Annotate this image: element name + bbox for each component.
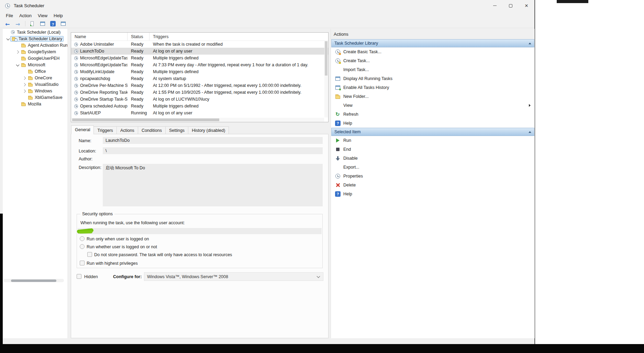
folder-icon (28, 69, 33, 74)
show-console-tree-button[interactable] (38, 20, 47, 27)
action-disable[interactable]: Disable (331, 154, 535, 163)
tree-horizontal-scrollbar[interactable] (3, 279, 64, 282)
description-label: Description: (79, 165, 101, 170)
tree-item-xblgamesave[interactable]: XblGameSave (3, 94, 67, 101)
action-run[interactable]: Run (331, 136, 535, 145)
forward-button[interactable] (14, 20, 23, 27)
scrollbar-thumb[interactable] (72, 118, 219, 121)
tab-history[interactable]: History (disabled) (188, 126, 229, 134)
scrollbar-thumb[interactable] (11, 280, 56, 282)
close-button[interactable]: × (519, 0, 534, 11)
column-header-status[interactable]: Status (127, 33, 149, 41)
section-header-selected-item[interactable]: Selected Item (331, 128, 534, 136)
action-label: Enable All Tasks History (343, 85, 389, 90)
table-row[interactable]: Opera scheduled Autoup... Ready Multiple… (71, 103, 328, 110)
table-row[interactable]: MicrosoftEdgeUpdateTas... Ready At 7:33 … (71, 61, 328, 68)
chevron-collapsed-icon[interactable] (22, 89, 27, 93)
create-basic-task-icon (335, 49, 341, 55)
radio-run-logged-on-label: Run only when user is logged on (87, 237, 149, 241)
tab-triggers[interactable]: Triggers (93, 126, 116, 134)
action-import-task[interactable]: Import Task... (331, 65, 535, 74)
tree-item-label: Mozilla (28, 102, 41, 106)
chevron-expanded-icon[interactable] (15, 62, 20, 67)
table-row[interactable]: Adobe Uninstaller Ready When the task is… (71, 41, 328, 48)
table-row[interactable]: OneDrive Reporting Task... Ready At 1:55… (71, 89, 328, 96)
user-account-field (78, 228, 322, 234)
export-list-button[interactable] (28, 20, 37, 27)
configure-for-dropdown[interactable]: Windows Vista™, Windows Server™ 2008 (144, 272, 323, 281)
action-label: Help (343, 121, 352, 126)
action-delete[interactable]: Delete (331, 181, 535, 190)
collapse-up-icon[interactable] (529, 43, 531, 44)
table-row[interactable]: OneDrive Per-Machine S... Ready At 12:00… (71, 82, 328, 89)
tree-item-visualstudio[interactable]: VisualStudio (3, 81, 67, 88)
action-create-task[interactable]: Create Task... (331, 56, 535, 65)
menu-view[interactable]: View (35, 11, 51, 20)
tab-settings[interactable]: Settings (165, 126, 188, 134)
action-refresh[interactable]: Refresh (331, 110, 535, 119)
collapse-up-icon[interactable] (529, 131, 531, 133)
tree-item-label: XblGameSave (35, 95, 63, 100)
back-button[interactable] (3, 20, 12, 27)
table-row[interactable]: OneDrive Startup Task-S... Ready At log … (71, 96, 328, 103)
action-create-basic-task[interactable]: Create Basic Task... (331, 47, 535, 56)
action-new-folder[interactable]: New Folder... (331, 92, 535, 101)
task-list-vertical-scrollbar[interactable] (324, 41, 328, 117)
chevron-collapsed-icon[interactable] (22, 82, 27, 87)
tree-item-task-scheduler-local[interactable]: Task Scheduler (Local) (3, 29, 67, 35)
tree-item-mozilla[interactable]: Mozilla (3, 101, 67, 107)
titlebar: Task Scheduler × (0, 0, 534, 11)
maximize-button[interactable] (503, 0, 519, 11)
task-status: Running (127, 111, 149, 115)
chevron-expanded-icon[interactable] (5, 36, 10, 41)
tab-general[interactable]: General (71, 125, 94, 134)
menu-file[interactable]: File (3, 11, 16, 20)
refresh-icon (335, 112, 341, 117)
tree-item-googleuserpeh[interactable]: GoogleUserPEH (3, 55, 67, 61)
radio-run-logged-on[interactable] (80, 236, 85, 241)
column-header-name[interactable]: Name (71, 33, 127, 41)
tree-item-office[interactable]: Office (3, 68, 67, 75)
radio-run-whether[interactable] (80, 244, 85, 249)
tab-conditions[interactable]: Conditions (138, 126, 166, 134)
table-row[interactable]: ModifyLinkUpdate Ready Multiple triggers… (71, 68, 328, 75)
action-help-selected[interactable]: Help (331, 190, 535, 198)
checkbox-no-password-label: Do not store password. The task will onl… (94, 252, 232, 257)
chevron-collapsed-icon[interactable] (15, 49, 20, 54)
menu-action[interactable]: Action (16, 11, 35, 20)
task-triggers: At 1:55 PM on 10/9/2025 - After triggere… (149, 90, 328, 95)
checkbox-hidden[interactable] (77, 274, 81, 279)
location-label: Location: (79, 149, 96, 153)
table-row[interactable]: StartAUEP Running At log on of any user (71, 110, 328, 116)
show-action-pane-button[interactable] (59, 20, 68, 27)
action-end[interactable]: End (331, 145, 535, 154)
chevron-collapsed-icon[interactable] (22, 76, 27, 80)
folder-icon (21, 102, 26, 106)
tree-item-task-scheduler-library[interactable]: Task Scheduler Library (3, 35, 67, 42)
help-button[interactable] (48, 20, 57, 27)
action-enable-all-tasks-history[interactable]: Enable All Tasks History (331, 83, 535, 92)
checkbox-highest-privileges[interactable] (80, 261, 85, 265)
task-name: OneDrive Startup Task-S... (80, 97, 127, 102)
checkbox-no-password[interactable] (87, 252, 92, 257)
table-row[interactable]: MicrosoftEdgeUpdateTas... Ready Multiple… (71, 55, 328, 61)
section-header-task-scheduler-library[interactable]: Task Scheduler Library (331, 39, 534, 47)
tree-item-googlesystem[interactable]: GoogleSystem (3, 48, 67, 55)
action-view[interactable]: View (331, 101, 535, 110)
scrollbar-thumb[interactable] (325, 41, 327, 76)
table-row[interactable]: npcapwatchdog Ready At system startup (71, 75, 328, 82)
table-row-selected[interactable]: LaunchToDo Ready At log on of any user (71, 48, 328, 55)
action-export[interactable]: Export... (331, 163, 535, 172)
task-list-horizontal-scrollbar[interactable] (71, 118, 324, 122)
action-properties[interactable]: Properties (331, 172, 535, 181)
tree-item-onecore[interactable]: OneCore (3, 75, 67, 81)
tree-item-windows[interactable]: Windows (3, 88, 67, 94)
action-help[interactable]: Help (331, 119, 535, 128)
tree-item-microsoft[interactable]: Microsoft (3, 61, 67, 68)
action-display-all-running-tasks[interactable]: Display All Running Tasks (331, 74, 535, 83)
minimize-button[interactable] (487, 0, 503, 11)
tree-item-agent-activation[interactable]: Agent Activation Runt (3, 42, 67, 48)
column-header-triggers[interactable]: Triggers (149, 33, 328, 41)
tab-actions[interactable]: Actions (116, 126, 138, 134)
menu-help[interactable]: Help (51, 11, 66, 20)
